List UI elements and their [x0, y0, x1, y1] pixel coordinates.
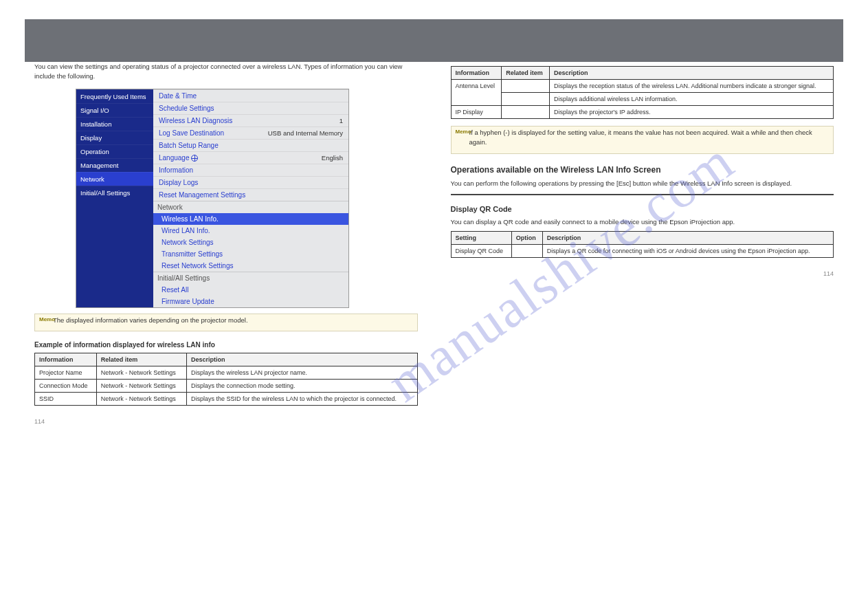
sub-heading: Display QR Code: [451, 205, 834, 213]
settings-table: Setting Option Description Display QR Co…: [451, 231, 834, 258]
memo-text: If a hyphen (-) is displayed for the set…: [469, 129, 812, 146]
menu-main: Date & Time Schedule Settings Wireless L…: [153, 89, 348, 307]
info-table: Information Related item Description Pro…: [34, 353, 418, 406]
left-column: You can view the settings and operating …: [34, 62, 418, 425]
table-row: Projector NameNetwork - Network Settings…: [35, 366, 418, 380]
table-row: Displays additional wireless LAN informa…: [451, 93, 834, 106]
table-row: SSIDNetwork - Network SettingsDisplays t…: [35, 393, 418, 406]
menu-row[interactable]: Schedule Settings: [153, 102, 348, 114]
th: Description: [542, 232, 833, 245]
separator: [451, 194, 834, 195]
memo-box: If a hyphen (-) is displayed for the set…: [451, 126, 834, 154]
menu-row[interactable]: Firmware Update: [153, 296, 348, 307]
menu-row[interactable]: Batch Setup Range: [153, 139, 348, 151]
page-number: 114: [34, 418, 418, 425]
menu-row[interactable]: Date & Time: [153, 89, 348, 102]
menu-row[interactable]: Wireless LAN Diagnosis1: [153, 114, 348, 127]
side-item[interactable]: Operation: [76, 144, 153, 158]
menu-row[interactable]: Language English: [153, 151, 348, 164]
menu-row[interactable]: Display Logs: [153, 176, 348, 188]
table-row: Antenna LevelDisplays the reception stat…: [451, 80, 834, 93]
th: Related item: [96, 353, 186, 366]
menu-row[interactable]: Transmitter Settings: [153, 248, 348, 260]
th: Option: [511, 232, 542, 245]
body-text: You can perform the following operations…: [451, 179, 834, 188]
menu-sidebar: Frequently Used Items Signal I/O Install…: [76, 89, 153, 307]
side-item[interactable]: Initial/All Settings: [76, 186, 153, 199]
memo-text: The displayed information varies dependi…: [53, 316, 248, 324]
menu-row[interactable]: Information: [153, 164, 348, 176]
page-title: [32, 23, 843, 36]
side-item[interactable]: Frequently Used Items: [76, 89, 153, 103]
section-heading: Operations available on the Wireless LAN…: [451, 165, 834, 175]
menu-row[interactable]: Network Settings: [153, 237, 348, 248]
side-item-active[interactable]: Network: [76, 172, 153, 186]
table-row: Connection ModeNetwork - Network Setting…: [35, 380, 418, 393]
menu-row-highlighted[interactable]: Wireless LAN Info.: [153, 213, 348, 225]
table-row: Display QR Code Displays a QR code for c…: [451, 245, 834, 258]
side-item[interactable]: Management: [76, 158, 153, 172]
menu-row[interactable]: Reset Management Settings: [153, 188, 348, 201]
info-table: Information Related item Description Ant…: [451, 66, 834, 119]
th: Information: [35, 353, 97, 366]
side-item[interactable]: Installation: [76, 117, 153, 131]
intro-text: You can view the settings and operating …: [34, 62, 418, 82]
table-title: Example of information displayed for wir…: [34, 341, 418, 349]
body-text: You can display a QR code and easily con…: [451, 217, 834, 227]
th: Description: [549, 67, 833, 80]
globe-icon: [191, 155, 198, 162]
menu-row[interactable]: Reset Network Settings: [153, 260, 348, 272]
page-header: [25, 19, 843, 62]
page-number: 114: [451, 270, 834, 277]
menu-group: Network: [153, 201, 348, 213]
menu-row[interactable]: Reset All: [153, 284, 348, 296]
th: Related item: [502, 67, 550, 80]
right-column: Information Related item Description Ant…: [451, 62, 834, 425]
table-row: IP DisplayDisplays the projector's IP ad…: [451, 106, 834, 119]
th: Description: [186, 353, 417, 366]
th: Setting: [451, 232, 511, 245]
menu-row[interactable]: Wired LAN Info.: [153, 225, 348, 237]
side-item[interactable]: Display: [76, 131, 153, 144]
side-item[interactable]: Signal I/O: [76, 103, 153, 117]
menu-row[interactable]: Log Save DestinationUSB and Internal Mem…: [153, 127, 348, 139]
memo-box: The displayed information varies dependi…: [34, 314, 418, 331]
th: Information: [451, 67, 502, 80]
menu-group: Initial/All Settings: [153, 272, 348, 284]
menu-screenshot: Frequently Used Items Signal I/O Install…: [76, 89, 349, 308]
